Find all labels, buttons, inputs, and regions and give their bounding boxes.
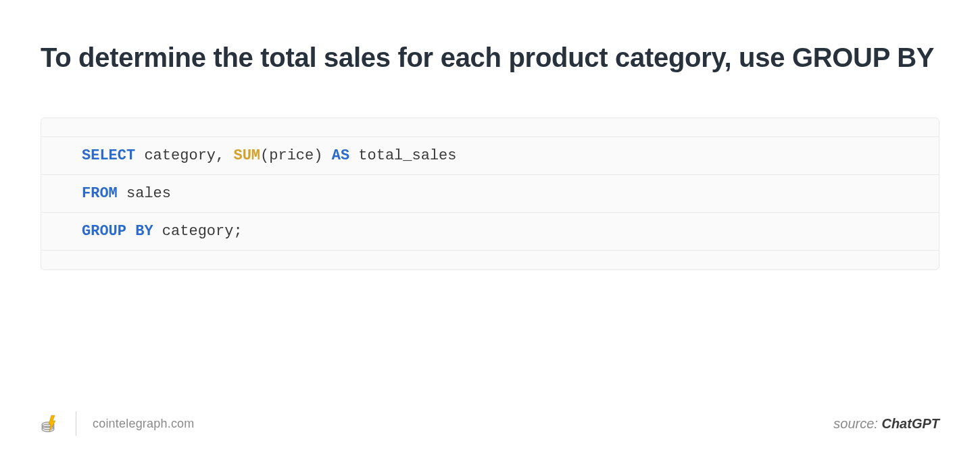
site-label: cointelegraph.com bbox=[93, 417, 195, 431]
kw-sum: SUM bbox=[233, 147, 260, 164]
source-name: ChatGPT bbox=[881, 416, 939, 431]
code-line-1: SELECT category, SUM(price) AS total_sal… bbox=[41, 137, 939, 175]
footer-divider bbox=[76, 411, 76, 436]
footer: cointelegraph.com source: ChatGPT bbox=[41, 411, 939, 436]
code-text: total_sales bbox=[349, 147, 456, 164]
code-block: SELECT category, SUM(price) AS total_sal… bbox=[41, 118, 939, 270]
code-text: sales bbox=[118, 185, 171, 202]
kw-group-by: GROUP BY bbox=[82, 223, 153, 240]
kw-select: SELECT bbox=[82, 147, 135, 164]
kw-from: FROM bbox=[82, 185, 118, 202]
code-text: category, bbox=[135, 147, 233, 164]
code-padding-bottom bbox=[41, 251, 939, 270]
page-title: To determine the total sales for each pr… bbox=[41, 39, 939, 76]
code-text: (price) bbox=[260, 147, 332, 164]
kw-as: AS bbox=[332, 147, 349, 164]
code-text: category; bbox=[153, 223, 243, 240]
cointelegraph-logo-icon bbox=[41, 414, 59, 433]
code-line-3: GROUP BY category; bbox=[41, 213, 939, 251]
code-line-2: FROM sales bbox=[41, 175, 939, 213]
source-prefix: source: bbox=[833, 416, 881, 431]
footer-left: cointelegraph.com bbox=[41, 411, 195, 436]
code-padding-top bbox=[41, 118, 939, 137]
source-label: source: ChatGPT bbox=[833, 416, 939, 432]
